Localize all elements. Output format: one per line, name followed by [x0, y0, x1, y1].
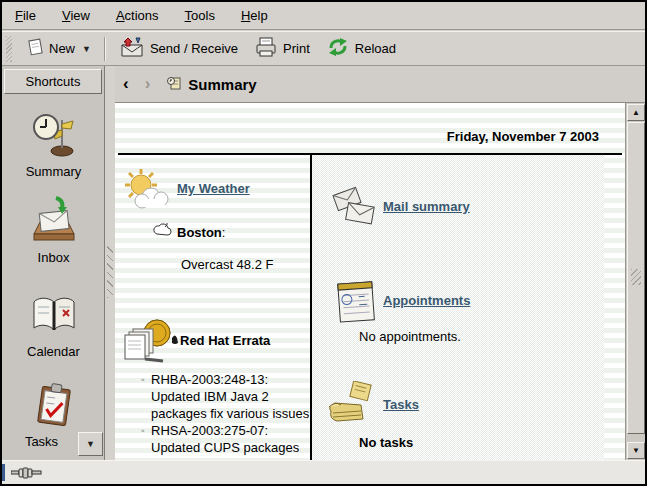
summary-view-icon: [166, 75, 182, 94]
my-weather-link[interactable]: My Weather: [177, 181, 250, 196]
scroll-up-icon: ▲: [632, 108, 640, 117]
new-button[interactable]: New ▼: [18, 33, 99, 64]
reload-icon: [326, 36, 350, 61]
print-label: Print: [283, 41, 310, 56]
appointments-link[interactable]: Appointments: [383, 293, 470, 308]
inbox-shortcut-icon: [30, 194, 78, 247]
bullet-icon: ◦: [141, 371, 151, 422]
appointments-icon: [333, 277, 379, 328]
errata-icon: [119, 317, 175, 372]
menu-help-rest: elp: [250, 8, 267, 23]
shortcuts-group-button[interactable]: Shortcuts: [4, 69, 102, 94]
errata-item-text: RHBA-2003:248-13: Updated IBM Java 2 pac…: [151, 371, 315, 422]
sidebar-overflow-chevron-icon: ▼: [86, 439, 95, 449]
appointments-status: No appointments.: [359, 329, 461, 344]
sidebar-item-calendar[interactable]: Calendar: [2, 294, 105, 359]
main-pane: ‹ › Summary Friday, November 7 2003 My W…: [115, 66, 645, 460]
splitter-grip: [107, 246, 113, 298]
menubar: File View Actions Tools Help: [2, 2, 645, 30]
calendar-shortcut-icon: [29, 294, 79, 341]
menu-file[interactable]: File: [2, 2, 49, 29]
date-divider: [118, 153, 622, 155]
menu-actions-rest: ctions: [125, 8, 159, 23]
weather-location-suffix: :: [222, 225, 226, 240]
errata-item: ◦RHBA-2003:248-13: Updated IBM Java 2 pa…: [141, 371, 315, 422]
print-button[interactable]: Print: [246, 32, 318, 65]
sidebar-item-inbox[interactable]: Inbox: [2, 194, 105, 265]
toolbar-grip[interactable]: [6, 36, 12, 62]
menu-tools[interactable]: Tools: [172, 2, 228, 29]
menu-view-rest: iew: [70, 8, 90, 23]
tasks-summary-icon: [325, 381, 377, 432]
mail-summary-icon: [329, 183, 379, 232]
menu-help-key: H: [241, 8, 250, 23]
view-title: Summary: [188, 76, 256, 93]
send-receive-button[interactable]: Send / Receive: [111, 32, 246, 65]
sidebar-item-summary[interactable]: Summary: [2, 112, 105, 179]
scroll-up-button[interactable]: ▲: [627, 104, 645, 121]
new-document-icon: [26, 37, 44, 60]
sidebar-overflow-button[interactable]: ▼: [78, 432, 103, 456]
print-icon: [254, 36, 278, 61]
reload-button[interactable]: Reload: [318, 32, 404, 65]
summary-date: Friday, November 7 2003: [447, 129, 599, 144]
view-header: ‹ › Summary: [115, 66, 645, 103]
status-bar: [2, 460, 645, 484]
scrollbar-thumb[interactable]: [627, 122, 645, 434]
toolbar-separator: [104, 37, 106, 61]
vertical-scrollbar[interactable]: ▲ ▼: [625, 103, 645, 460]
errata-item: ◦RHSA-2003:275-07: Updated CUPS packages…: [141, 422, 315, 460]
online-status-icon[interactable]: [11, 467, 45, 482]
mail-summary-link[interactable]: Mail summary: [383, 199, 470, 214]
weather-icon: [121, 165, 173, 220]
pane-splitter[interactable]: [106, 66, 115, 460]
sidebar-item-calendar-label: Calendar: [2, 344, 105, 359]
sidebar-item-tasks-label: Tasks: [2, 434, 81, 449]
menu-actions-key: A: [116, 8, 125, 23]
menu-file-key: F: [15, 8, 23, 23]
errata-title-row: Red Hat Errata: [171, 333, 270, 348]
summary-shortcut-icon: [31, 112, 77, 161]
new-dropdown-chevron-icon[interactable]: ▼: [82, 44, 91, 54]
weather-location: Boston: [177, 225, 222, 240]
sidebar-item-inbox-label: Inbox: [2, 250, 105, 265]
menu-view[interactable]: View: [49, 2, 103, 29]
tasks-status: No tasks: [359, 435, 413, 450]
tasks-link[interactable]: Tasks: [383, 397, 419, 412]
summary-content: Friday, November 7 2003 My Weather Bosto…: [115, 103, 625, 460]
toolbar: New ▼ Send / Receive Print Reload: [2, 31, 645, 66]
weather-condition-icon: [151, 221, 173, 242]
red-hat-glyph-icon: [171, 333, 179, 348]
send-receive-label: Send / Receive: [150, 41, 238, 56]
sidebar-item-summary-label: Summary: [2, 164, 105, 179]
errata-list: ◦RHBA-2003:248-13: Updated IBM Java 2 pa…: [141, 371, 315, 460]
forward-button[interactable]: ›: [137, 67, 159, 101]
back-button[interactable]: ‹: [115, 67, 137, 101]
evolution-window: File View Actions Tools Help New ▼ Send …: [0, 0, 647, 486]
menu-tools-rest: ools: [191, 8, 215, 23]
menu-file-rest: ile: [23, 8, 36, 23]
shortcuts-sidebar: Shortcuts Summary Inbox Calendar Tasks: [2, 66, 105, 460]
reload-label: Reload: [355, 41, 396, 56]
errata-item-text: RHSA-2003:275-07: Updated CUPS packages …: [151, 422, 315, 460]
bullet-icon: ◦: [141, 422, 151, 460]
errata-title: Red Hat Errata: [180, 333, 270, 348]
tasks-shortcut-icon: [32, 380, 76, 431]
new-button-label: New: [49, 41, 75, 56]
weather-location-line: Boston:: [177, 225, 225, 240]
status-accent: [2, 464, 5, 481]
scrollbar-thumb-grip: [631, 269, 641, 285]
menu-help[interactable]: Help: [228, 2, 281, 29]
send-receive-icon: [119, 36, 145, 61]
scroll-down-icon: ▼: [632, 446, 640, 455]
weather-report: Overcast 48.2 F: [181, 257, 273, 272]
menu-actions[interactable]: Actions: [103, 2, 172, 29]
scroll-down-button[interactable]: ▼: [627, 442, 645, 459]
